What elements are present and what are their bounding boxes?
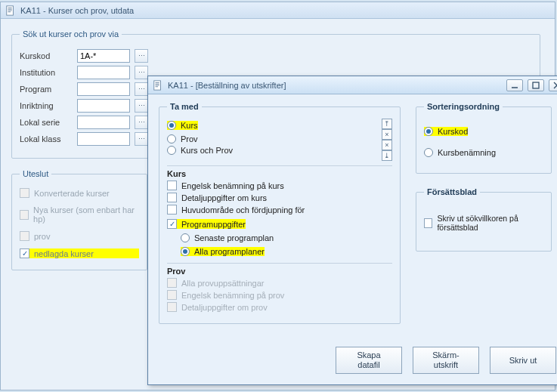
radio-prov[interactable] [167,134,176,144]
document-icon [5,5,16,16]
minimize-button[interactable] [506,79,523,91]
picker-lokalklass[interactable]: ⋯ [135,132,148,146]
dialog-button-row: Skapa datafil Skärm- utskrift Skriv ut [159,341,557,375]
main-window-title: KA11 - Kurser och prov, utdata [20,6,134,15]
svg-rect-2 [533,82,539,88]
checkbox-nyakurser[interactable] [20,210,29,220]
radio-senaste-programplan[interactable] [181,233,190,242]
subgroup-kurs-title: Kurs [167,165,392,178]
button-skarmutskrift-label: Skärm- utskrift [432,350,459,369]
checkbox-detalj-kurs[interactable] [167,193,177,202]
label-forsattsblad: Skriv ut sökvillkoren på försättsblad [437,214,543,232]
document-icon [153,80,163,91]
label-radio-kurs: Kurs [181,121,198,130]
label-konverterade: Konverterade kurser [34,189,110,198]
checkbox-huvudomrade[interactable] [167,205,177,215]
checkbox-nedlagda[interactable] [20,248,29,258]
label-detalj-prov: Detaljuppgifter om prov [181,303,268,312]
checkbox-programuppgifter[interactable] [167,219,177,229]
label-sort-kursbenamning: Kursbenämning [438,148,496,157]
picker-institution[interactable]: ⋯ [135,66,148,79]
label-prov: prov [34,232,50,241]
legend-sortering: Sorteringsordning [424,102,503,111]
label-senaste-programplan: Senaste programplan [194,233,274,242]
label-radio-kursochprov: Kurs och Prov [181,146,233,155]
label-huvudomrade: Huvudområde och fördjupning för [181,205,305,215]
label-program: Program [20,85,73,94]
radio-kursochprov[interactable] [167,146,176,155]
fieldset-uteslut-legend: Uteslut [20,169,51,178]
fieldset-tamed: Ta med Kurs Prov Kurs och P [159,102,401,324]
dialog-titlebar[interactable]: KA11 - [Beställning av utskrifter] [148,76,557,94]
label-nyakurser: Nya kurser (som enbart har hp) [33,205,139,224]
print-dialog: KA11 - [Beställning av utskrifter] Ta me… [147,76,557,385]
order-controls: ⤒ × × ⤓ [382,119,392,161]
checkbox-konverterade[interactable] [20,188,29,198]
input-kurskod[interactable] [77,49,130,63]
checkbox-engelsk-kurs[interactable] [167,181,177,190]
checkbox-detalj-prov [167,302,177,312]
picker-kurskod[interactable]: ⋯ [135,49,148,63]
order-bottom-icon[interactable]: ⤓ [382,150,392,161]
label-engelsk-prov: Engelsk benämning på prov [181,291,284,300]
checkbox-engelsk-prov [167,290,177,300]
button-skapa-datafil-label: Skapa datafil [357,350,380,369]
label-engelsk-kurs: Engelsk benämning på kurs [181,181,284,190]
order-down-icon[interactable]: × [382,140,392,150]
fieldset-uteslut: Uteslut Konverterade kurser Nya kurser (… [11,169,147,270]
input-lokalserie[interactable] [77,116,130,129]
radio-sort-kursbenamning[interactable] [424,148,433,157]
label-alla-programplaner: Alla programplaner [194,247,265,256]
button-skarmutskrift[interactable]: Skärm- utskrift [413,347,479,374]
button-skrivut[interactable]: Skriv ut [490,347,556,374]
subgroup-prov-title: Prov [167,263,392,276]
order-up-icon[interactable]: × [382,129,392,140]
label-lokalserie: Lokal serie [20,118,73,127]
label-nedlagda: nedlagda kurser [34,249,94,258]
label-institution: Institution [20,68,73,77]
main-titlebar: KA11 - Kurser och prov, utdata [1,2,555,19]
input-program[interactable] [77,82,130,96]
input-inriktning[interactable] [77,99,130,113]
dialog-title: KA11 - [Beställning av utskrifter] [168,81,286,90]
label-programuppgifter: Programuppgifter [181,220,246,229]
input-lokalklass[interactable] [77,132,130,146]
checkbox-alla-provupps [167,278,177,288]
input-institution[interactable] [77,66,130,79]
legend-forsattsblad: Försättsblad [424,187,480,196]
picker-inriktning[interactable]: ⋯ [135,99,148,113]
button-skapa-datafil[interactable]: Skapa datafil [336,347,402,374]
radio-kurs[interactable] [167,121,176,130]
label-inriktning: Inriktning [20,101,73,110]
picker-lokalserie[interactable]: ⋯ [135,116,148,129]
fieldset-forsattsblad: Försättsblad Skriv ut sökvillkoren på fö… [416,187,552,252]
checkbox-prov[interactable] [20,231,29,241]
button-skrivut-label: Skriv ut [509,356,537,366]
label-alla-provupps: Alla provuppsättningar [181,279,264,288]
order-top-icon[interactable]: ⤒ [382,119,392,129]
label-lokalklass: Lokal klass [20,134,73,144]
fieldset-search-legend: Sök ut kurser och prov via [20,29,122,39]
dialog-body: Ta med Kurs Prov Kurs och P [148,94,557,384]
close-button[interactable] [549,79,557,91]
legend-tamed: Ta med [167,102,202,111]
fieldset-sortering: Sorteringsordning Kurskod Kursbenämning [416,102,552,174]
radio-alla-programplaner[interactable] [181,247,190,256]
label-radio-prov: Prov [181,134,198,144]
label-kurskod: Kurskod [20,51,73,60]
radio-sort-kurskod[interactable] [424,127,433,136]
checkbox-forsattsblad[interactable] [424,218,432,228]
label-sort-kurskod: Kurskod [438,127,468,136]
maximize-button[interactable] [528,79,544,91]
picker-program[interactable]: ⋯ [135,82,148,96]
label-detalj-kurs: Detaljuppgifter om kurs [181,193,267,202]
